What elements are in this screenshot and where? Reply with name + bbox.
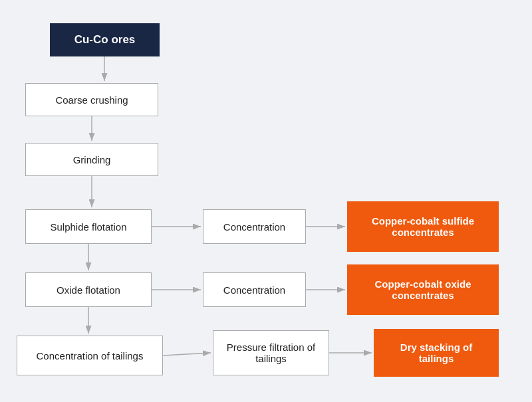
- flowchart-diagram: Cu-Co ores Coarse crushing Grinding Sulp…: [0, 0, 532, 402]
- concentration-oxide-box: Concentration: [203, 272, 306, 307]
- coarse-crushing-box: Coarse crushing: [25, 83, 158, 116]
- oxide-flotation-box: Oxide flotation: [25, 272, 152, 307]
- copper-cobalt-sulfide-box: Copper-cobalt sulfide concentrates: [347, 201, 499, 252]
- concentration-tailings-box: Concentration of tailings: [17, 336, 163, 375]
- pressure-filtration-box: Pressure filtration of tailings: [213, 330, 329, 375]
- grinding-box: Grinding: [25, 143, 158, 176]
- copper-cobalt-oxide-box: Copper-cobalt oxide concentrates: [347, 264, 499, 315]
- dry-stacking-box: Dry stacking of tailings: [374, 329, 499, 377]
- sulphide-flotation-box: Sulphide flotation: [25, 209, 152, 244]
- cu-co-ores-box: Cu-Co ores: [50, 23, 160, 56]
- concentration-sulphide-box: Concentration: [203, 209, 306, 244]
- svg-line-10: [163, 353, 211, 355]
